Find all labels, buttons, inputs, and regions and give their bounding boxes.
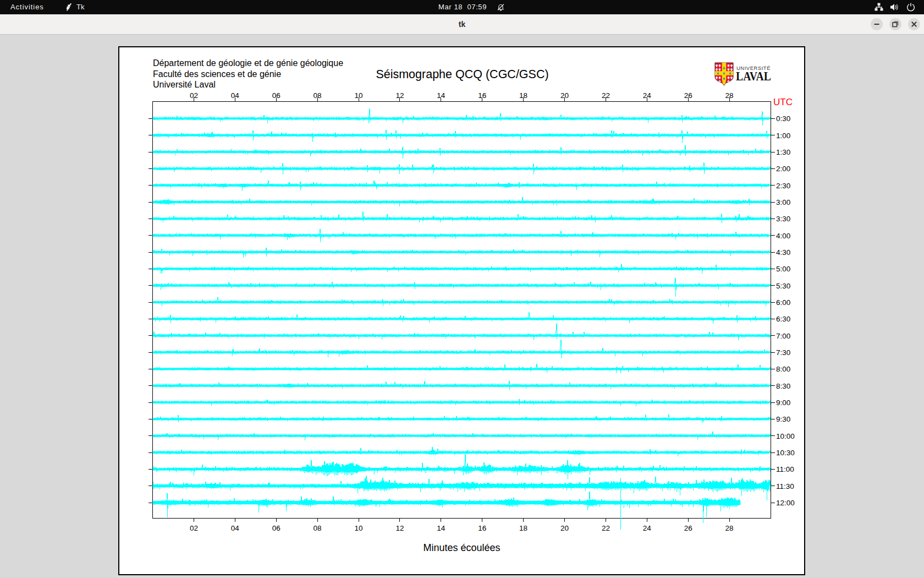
svg-text:10: 10 xyxy=(354,524,362,532)
svg-text:10: 10 xyxy=(354,91,362,100)
svg-text:1:30: 1:30 xyxy=(776,148,790,156)
svg-text:22: 22 xyxy=(602,91,610,100)
svg-text:Faculté des sciences et de gén: Faculté des sciences et de génie xyxy=(153,69,281,79)
svg-text:Université Laval: Université Laval xyxy=(153,80,216,89)
svg-text:3:00: 3:00 xyxy=(776,198,790,206)
svg-text:02: 02 xyxy=(190,524,198,532)
svg-text:6:00: 6:00 xyxy=(776,298,790,307)
svg-text:12:00: 12:00 xyxy=(776,499,795,507)
svg-text:2:00: 2:00 xyxy=(776,165,790,173)
svg-text:16: 16 xyxy=(478,91,486,100)
svg-text:20: 20 xyxy=(560,524,569,532)
svg-text:14: 14 xyxy=(437,524,446,532)
svg-text:18: 18 xyxy=(519,91,527,100)
svg-text:LAVAL: LAVAL xyxy=(736,69,771,83)
svg-text:11:30: 11:30 xyxy=(776,482,794,490)
svg-text:0:30: 0:30 xyxy=(776,114,790,123)
svg-text:7:00: 7:00 xyxy=(776,332,790,340)
svg-text:9:00: 9:00 xyxy=(776,399,790,407)
svg-text:26: 26 xyxy=(684,524,692,532)
svg-text:2:30: 2:30 xyxy=(776,182,790,190)
svg-text:08: 08 xyxy=(314,91,322,100)
svg-text:7:30: 7:30 xyxy=(776,348,790,357)
svg-text:22: 22 xyxy=(602,524,610,532)
svg-text:16: 16 xyxy=(478,524,486,532)
svg-text:8:00: 8:00 xyxy=(776,365,790,373)
svg-text:11:00: 11:00 xyxy=(776,465,794,473)
svg-text:10:00: 10:00 xyxy=(776,432,795,440)
svg-text:04: 04 xyxy=(231,524,240,532)
svg-text:5:00: 5:00 xyxy=(776,265,790,273)
svg-text:4:30: 4:30 xyxy=(776,248,790,257)
svg-text:Département de géologie et de: Département de géologie et de génie géol… xyxy=(153,58,343,68)
svg-text:18: 18 xyxy=(519,524,527,532)
svg-text:6:30: 6:30 xyxy=(776,315,790,323)
svg-text:4:00: 4:00 xyxy=(776,232,790,240)
svg-text:02: 02 xyxy=(190,91,198,100)
svg-text:24: 24 xyxy=(643,524,652,532)
svg-text:06: 06 xyxy=(272,91,280,100)
svg-text:Séismographe QCQ (CGC/GSC): Séismographe QCQ (CGC/GSC) xyxy=(376,68,548,81)
svg-text:28: 28 xyxy=(725,91,734,100)
svg-text:26: 26 xyxy=(684,91,692,100)
svg-text:28: 28 xyxy=(725,524,734,532)
svg-text:08: 08 xyxy=(314,524,322,532)
svg-text:9:30: 9:30 xyxy=(776,415,790,423)
svg-text:3:30: 3:30 xyxy=(776,215,790,223)
svg-text:Minutes écoulées: Minutes écoulées xyxy=(423,542,500,553)
svg-text:14: 14 xyxy=(437,91,446,100)
svg-text:06: 06 xyxy=(272,524,280,532)
svg-text:12: 12 xyxy=(395,91,404,100)
svg-text:8:30: 8:30 xyxy=(776,382,790,390)
svg-text:UTC: UTC xyxy=(773,97,793,107)
svg-text:24: 24 xyxy=(643,91,652,100)
svg-text:5:30: 5:30 xyxy=(776,282,790,290)
svg-text:04: 04 xyxy=(231,91,240,100)
svg-text:1:00: 1:00 xyxy=(776,132,790,140)
svg-text:12: 12 xyxy=(395,524,404,532)
svg-text:10:30: 10:30 xyxy=(776,449,795,457)
svg-text:20: 20 xyxy=(560,91,569,100)
